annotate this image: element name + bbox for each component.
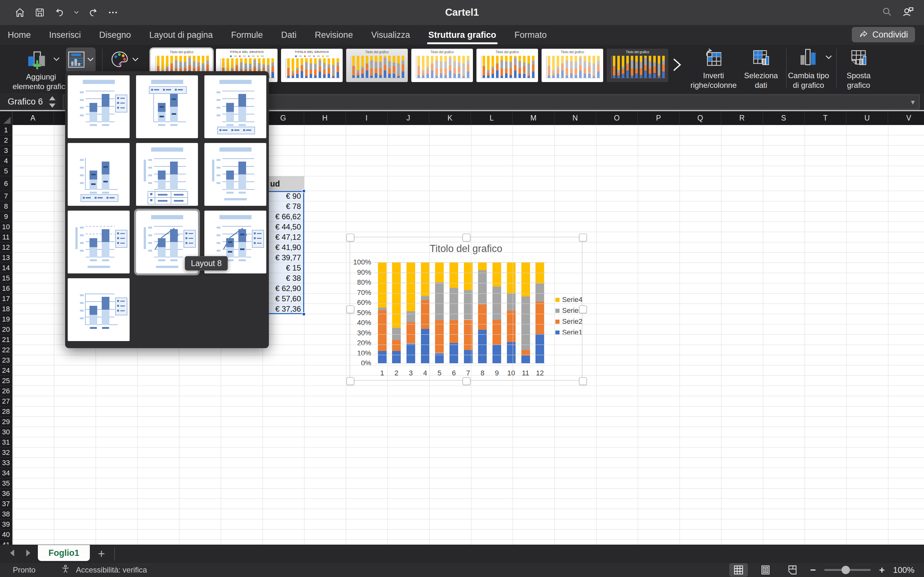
tab-formato[interactable]: Formato	[514, 28, 548, 42]
tab-disegno[interactable]: Disegno	[99, 28, 132, 42]
search-icon[interactable]	[882, 6, 893, 19]
row-header-3[interactable]: 3	[0, 145, 12, 156]
row-header-8[interactable]: 8	[0, 201, 12, 211]
tab-layout-di-pagina[interactable]: Layout di pagina	[149, 28, 213, 42]
row-header-32[interactable]: 32	[0, 448, 12, 458]
row-header-7[interactable]: 7	[0, 191, 12, 201]
column-header-R[interactable]: R	[721, 111, 763, 125]
row-header-10[interactable]: 10	[0, 222, 12, 232]
chart-selection-handle[interactable]	[463, 234, 470, 242]
row-header-30[interactable]: 30	[0, 427, 12, 437]
column-header-P[interactable]: P	[638, 111, 680, 125]
chart-selection-handle[interactable]	[347, 377, 354, 385]
select-all-corner[interactable]	[0, 111, 12, 125]
chart-legend-serie1[interactable]: Serie1	[556, 328, 583, 337]
row-header-31[interactable]: 31	[0, 437, 12, 448]
seleziona-dati-button[interactable]: Selezionadati	[734, 45, 788, 93]
row-header-1[interactable]: 1	[0, 125, 12, 135]
range-handle-top[interactable]	[302, 189, 306, 193]
row-header-20[interactable]: 20	[0, 324, 12, 335]
redo-icon[interactable]	[87, 7, 99, 18]
row-header-5[interactable]: 5	[0, 166, 12, 176]
zoom-in-button[interactable]: +	[879, 564, 885, 575]
formula-bar-expand-icon[interactable]: ▼	[909, 99, 916, 106]
chart[interactable]: Titolo del grafico100%90%80%70%60%50%40%…	[350, 237, 582, 380]
row-header-28[interactable]: 28	[0, 406, 12, 417]
row-header-25[interactable]: 25	[0, 376, 12, 386]
row-header-24[interactable]: 24	[0, 366, 12, 376]
row-header-38[interactable]: 38	[0, 509, 12, 519]
row-header-26[interactable]: 26	[0, 386, 12, 396]
row-header-37[interactable]: 37	[0, 499, 12, 509]
add-sheet-button[interactable]: +	[98, 545, 105, 562]
column-header-N[interactable]: N	[554, 111, 596, 125]
chart-style-3[interactable]: TITOLO DEL GRAFICO	[281, 49, 342, 82]
share-button[interactable]: Condividi	[852, 27, 915, 42]
chart-style-5[interactable]: Titolo del grafico	[411, 49, 473, 82]
layout-option-1[interactable]	[68, 75, 129, 138]
page-break-view-button[interactable]	[783, 563, 802, 577]
chart-selection-handle[interactable]	[579, 377, 587, 385]
row-header-29[interactable]: 29	[0, 417, 12, 427]
layout-option-7[interactable]	[68, 211, 129, 274]
row-header-18[interactable]: 18	[0, 304, 12, 314]
name-box[interactable]: Grafico 6	[8, 93, 43, 111]
row-header-11[interactable]: 11	[0, 232, 12, 242]
undo-chevron-icon[interactable]	[74, 7, 79, 18]
range-handle-bottom[interactable]	[302, 312, 306, 316]
column-header-M[interactable]: M	[513, 111, 554, 125]
chart-title[interactable]: Titolo del grafico	[350, 243, 582, 255]
row-header-27[interactable]: 27	[0, 396, 12, 406]
chart-legend-serie4[interactable]: Serie4	[556, 295, 583, 304]
next-sheet-icon[interactable]	[26, 549, 31, 559]
chart-selection-handle[interactable]	[347, 306, 354, 313]
column-header-Q[interactable]: Q	[680, 111, 721, 125]
people-icon[interactable]	[902, 6, 914, 19]
row-header-6[interactable]: 6	[0, 176, 12, 191]
zoom-out-button[interactable]: −	[810, 564, 816, 575]
row-header-4[interactable]: 4	[0, 156, 12, 166]
layout-option-4[interactable]	[68, 143, 129, 206]
name-box-stepper[interactable]	[48, 95, 57, 108]
column-header-L[interactable]: L	[471, 111, 513, 125]
layout-option-6[interactable]	[204, 143, 266, 206]
normal-view-button[interactable]	[729, 563, 748, 577]
column-header-A[interactable]: A	[12, 111, 54, 125]
layout-option-3[interactable]	[204, 75, 266, 138]
tab-formule[interactable]: Formule	[230, 28, 263, 42]
column-header-S[interactable]: S	[763, 111, 804, 125]
chart-selection-handle[interactable]	[347, 234, 354, 242]
row-header-36[interactable]: 36	[0, 488, 12, 499]
chart-style-7[interactable]: Titolo del grafico	[541, 49, 603, 82]
row-header-22[interactable]: 22	[0, 345, 12, 355]
zoom-slider[interactable]	[824, 569, 871, 571]
tab-dati[interactable]: Dati	[280, 28, 297, 42]
row-header-13[interactable]: 13	[0, 253, 12, 263]
more-icon[interactable]	[107, 7, 119, 18]
row-header-39[interactable]: 39	[0, 519, 12, 530]
column-header-J[interactable]: J	[388, 111, 429, 125]
sheet-tab-foglio1[interactable]: Foglio1	[38, 545, 90, 561]
row-header-34[interactable]: 34	[0, 468, 12, 478]
tab-visualizza[interactable]: Visualizza	[371, 28, 411, 42]
chart-style-8[interactable]: Titolo del grafico	[607, 49, 668, 82]
zoom-slider-thumb[interactable]	[842, 566, 850, 574]
row-header-17[interactable]: 17	[0, 293, 12, 304]
row-header-19[interactable]: 19	[0, 314, 12, 324]
column-header-I[interactable]: I	[346, 111, 388, 125]
layout-option-10[interactable]	[68, 278, 129, 341]
column-header-O[interactable]: O	[596, 111, 638, 125]
chart-selection-handle[interactable]	[579, 306, 587, 313]
home-icon[interactable]	[14, 7, 26, 18]
row-header-12[interactable]: 12	[0, 242, 12, 253]
gallery-more-icon[interactable]	[672, 58, 682, 73]
chart-style-4[interactable]: Titolo del grafico	[346, 49, 408, 82]
cambia-tipo-di-grafico-button[interactable]: Cambia tipodi grafico	[781, 45, 836, 93]
column-header-U[interactable]: U	[846, 111, 888, 125]
chart-selection-handle[interactable]	[579, 234, 587, 242]
sposta-grafico-button[interactable]: Spostagrafico	[831, 45, 886, 93]
tab-home[interactable]: Home	[7, 28, 31, 42]
undo-icon[interactable]	[54, 7, 65, 18]
row-header-15[interactable]: 15	[0, 273, 12, 284]
tab-revisione[interactable]: Revisione	[314, 28, 354, 42]
